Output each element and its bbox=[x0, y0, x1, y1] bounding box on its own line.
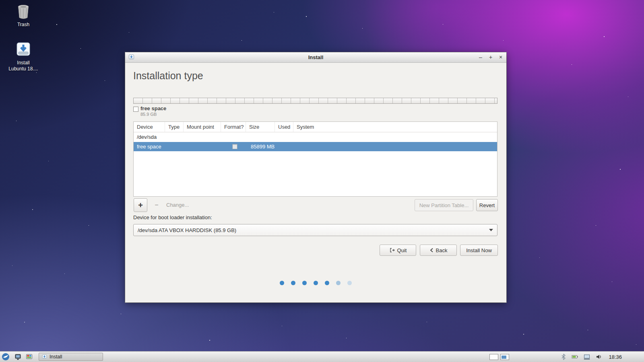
revert-button[interactable]: Revert bbox=[476, 199, 498, 211]
install-window: Install – + × Installation type free spa… bbox=[125, 52, 506, 302]
workspace-2[interactable] bbox=[500, 354, 509, 360]
remove-partition-button[interactable]: − bbox=[151, 198, 162, 212]
progress-dot bbox=[291, 281, 295, 285]
trash-icon bbox=[14, 3, 32, 21]
desktop-icon bbox=[26, 354, 33, 360]
col-used[interactable]: Used bbox=[275, 122, 293, 132]
chevron-down-icon bbox=[489, 229, 493, 231]
installer-icon bbox=[14, 41, 32, 59]
desktop-icon-trash[interactable]: Trash bbox=[6, 3, 41, 28]
bootloader-label: Device for boot loader installation: bbox=[133, 214, 212, 220]
volume-icon[interactable] bbox=[596, 354, 602, 360]
col-device[interactable]: Device bbox=[134, 122, 165, 132]
col-format[interactable]: Format? bbox=[221, 122, 246, 132]
progress-dot bbox=[280, 281, 284, 285]
window-title: Install bbox=[125, 54, 506, 60]
col-mount-point[interactable]: Mount point bbox=[184, 122, 221, 132]
desktop-wallpaper: Trash Install Lubuntu 18.... Install bbox=[0, 0, 644, 362]
col-size[interactable]: Size bbox=[246, 122, 275, 132]
task-window-icon bbox=[42, 354, 47, 360]
partition-bar bbox=[133, 98, 497, 104]
bluetooth-icon[interactable] bbox=[561, 354, 566, 360]
back-button[interactable]: Back bbox=[420, 245, 457, 256]
install-now-label: Install Now bbox=[466, 247, 492, 253]
battery-icon[interactable] bbox=[572, 354, 578, 360]
start-menu-button[interactable] bbox=[0, 352, 11, 362]
back-label: Back bbox=[436, 247, 448, 253]
free-space-swatch bbox=[133, 107, 138, 112]
install-now-button[interactable]: Install Now bbox=[460, 245, 498, 256]
row-size-cell: 85899 MB bbox=[251, 142, 275, 151]
new-partition-table-button[interactable]: New Partition Table... bbox=[415, 199, 473, 211]
col-system[interactable]: System bbox=[293, 122, 497, 132]
pager-window-thumb bbox=[502, 356, 506, 359]
progress-dot bbox=[325, 281, 329, 285]
progress-dot bbox=[302, 281, 307, 285]
progress-dot bbox=[347, 281, 352, 285]
change-button[interactable]: Change... bbox=[166, 198, 189, 212]
installer-label-line2: Lubuntu 18.... bbox=[6, 66, 41, 72]
bootloader-device-value: /dev/sda ATA VBOX HARDDISK (85.9 GB) bbox=[138, 227, 236, 233]
minimize-button[interactable]: – bbox=[477, 53, 484, 61]
quit-icon bbox=[389, 247, 395, 253]
lubuntu-logo-icon bbox=[2, 353, 10, 361]
add-partition-button[interactable]: + bbox=[134, 198, 147, 212]
clock[interactable]: 18:36 bbox=[609, 354, 622, 360]
progress-dots bbox=[125, 281, 506, 285]
quit-label: Quit bbox=[397, 247, 407, 253]
system-tray bbox=[561, 354, 602, 360]
table-row-free-space[interactable]: free space 85899 MB bbox=[134, 142, 497, 151]
network-icon[interactable] bbox=[584, 354, 590, 360]
desktop-shortcut[interactable] bbox=[24, 352, 34, 362]
progress-dot bbox=[336, 281, 341, 285]
free-space-size: 85.9 GB bbox=[140, 112, 157, 117]
partition-table: Device Type Mount point Format? Size Use… bbox=[133, 121, 497, 197]
workspace-pager[interactable] bbox=[489, 354, 509, 360]
row-device-cell: free space bbox=[137, 142, 161, 151]
desktop-icon-install[interactable]: Install Lubuntu 18.... bbox=[6, 41, 41, 72]
taskbar-task-install[interactable]: Install bbox=[39, 353, 103, 361]
close-button[interactable]: × bbox=[497, 53, 504, 61]
maximize-button[interactable]: + bbox=[487, 53, 494, 61]
workspace-1[interactable] bbox=[489, 354, 498, 360]
installer-label-line1: Install bbox=[6, 60, 41, 66]
col-type[interactable]: Type bbox=[165, 122, 184, 132]
stars-large bbox=[0, 0, 1, 1]
quit-button[interactable]: Quit bbox=[380, 245, 416, 256]
bootloader-device-select[interactable]: /dev/sda ATA VBOX HARDDISK (85.9 GB) bbox=[133, 224, 497, 236]
progress-dot bbox=[314, 281, 318, 285]
file-manager-shortcut[interactable] bbox=[13, 352, 23, 362]
file-manager-icon bbox=[14, 354, 21, 360]
format-checkbox bbox=[232, 144, 237, 149]
partition-table-header: Device Type Mount point Format? Size Use… bbox=[134, 122, 497, 132]
page-title: Installation type bbox=[133, 70, 203, 82]
titlebar[interactable]: Install – + × bbox=[125, 52, 506, 63]
table-row-device[interactable]: /dev/sda bbox=[134, 132, 497, 142]
trash-label: Trash bbox=[6, 22, 41, 28]
task-label: Install bbox=[50, 354, 62, 360]
chevron-left-icon bbox=[429, 248, 433, 253]
taskbar: Install bbox=[0, 351, 644, 362]
free-space-label: free space bbox=[140, 105, 166, 111]
